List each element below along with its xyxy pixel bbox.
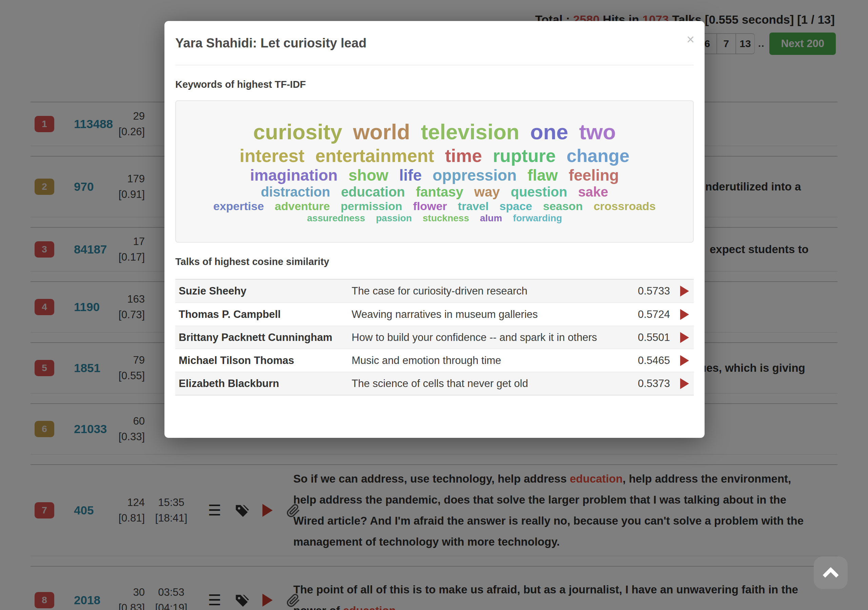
similar-talk-row: Brittany Packnett Cunningham How to buil… — [175, 326, 694, 349]
cloud-line: expertise adventure permission flower tr… — [208, 200, 661, 213]
cloud-word[interactable]: world — [353, 120, 410, 144]
cloud-word[interactable]: adventure — [274, 200, 330, 213]
cloud-word[interactable]: one — [530, 120, 568, 144]
cloud-word[interactable]: question — [511, 184, 567, 200]
cloud-word[interactable]: two — [579, 120, 616, 144]
cloud-word[interactable]: assuredness — [307, 213, 365, 224]
speaker-name: Michael Tilson Thomas — [175, 353, 352, 368]
chevron-up-icon — [823, 567, 839, 583]
cloud-word[interactable]: passion — [376, 213, 412, 224]
play-cell — [670, 332, 694, 343]
play-cell — [670, 309, 694, 320]
similar-talk-row: Michael Tilson Thomas Music and emotion … — [175, 349, 694, 372]
cloud-word[interactable]: feeling — [569, 166, 619, 184]
keyword-cloud: curiosity world television one two inter… — [175, 100, 694, 243]
cloud-word[interactable]: curiosity — [253, 120, 343, 144]
talk-title: The science of cells that never get old — [352, 376, 626, 392]
cloud-word[interactable]: change — [567, 146, 629, 166]
cloud-word[interactable]: expertise — [213, 200, 264, 213]
cloud-line: curiosity world television one two — [248, 120, 622, 144]
cloud-word[interactable]: education — [341, 184, 405, 200]
talk-title: How to build your confidence -- and spar… — [352, 330, 626, 345]
similarity-score: 0.5501 — [626, 331, 670, 344]
cloud-word[interactable]: imagination — [250, 166, 338, 184]
cloud-word[interactable]: show — [349, 166, 389, 184]
similarity-heading: Talks of highest cosine similarity — [175, 256, 694, 267]
play-icon[interactable] — [680, 309, 689, 320]
play-icon[interactable] — [680, 355, 689, 366]
cloud-word[interactable]: fantasy — [416, 184, 463, 200]
cloud-word[interactable]: flower — [413, 200, 447, 213]
similar-talk-row: Elizabeth Blackburn The science of cells… — [175, 372, 694, 395]
cloud-word[interactable]: space — [499, 200, 532, 213]
cloud-word[interactable]: permission — [341, 200, 402, 213]
play-icon[interactable] — [680, 378, 689, 389]
speaker-name: Elizabeth Blackburn — [175, 376, 352, 392]
talk-title: Music and emotion through time — [352, 353, 626, 368]
talk-title: The case for curiosity-driven research — [352, 283, 626, 299]
divider — [175, 65, 694, 65]
cloud-word[interactable]: season — [543, 200, 583, 213]
play-cell — [670, 378, 694, 389]
cloud-word[interactable]: oppression — [432, 166, 517, 184]
cloud-word[interactable]: distraction — [261, 184, 330, 200]
cloud-word[interactable]: crossroads — [594, 200, 656, 213]
modal-title: Yara Shahidi: Let curiosity lead — [175, 21, 694, 51]
similarity-score: 0.5733 — [626, 285, 670, 297]
cloud-word[interactable]: entertainment — [315, 146, 434, 166]
similarity-score: 0.5373 — [626, 378, 670, 390]
scroll-to-top-button[interactable] — [814, 556, 848, 589]
cloud-word[interactable]: time — [445, 146, 482, 166]
cloud-word[interactable]: television — [421, 120, 519, 144]
cloud-word[interactable]: stuckness — [423, 213, 469, 224]
speaker-name: Thomas P. Campbell — [175, 307, 352, 322]
play-cell — [670, 355, 694, 366]
cloud-line: interest entertainment time rupture chan… — [234, 146, 635, 166]
cloud-line: distraction education fantasy way questi… — [255, 184, 614, 200]
similarity-score: 0.5724 — [626, 308, 670, 320]
similarity-score: 0.5465 — [626, 355, 670, 367]
cloud-word[interactable]: alum — [480, 213, 502, 224]
talk-title: Weaving narratives in museum galleries — [352, 307, 626, 322]
talk-detail-modal: × Yara Shahidi: Let curiosity lead Keywo… — [164, 21, 705, 438]
similar-talk-row: Suzie Sheehy The case for curiosity-driv… — [175, 280, 694, 303]
play-icon[interactable] — [680, 286, 689, 297]
close-icon[interactable]: × — [687, 33, 694, 46]
similar-talk-row: Thomas P. Campbell Weaving narratives in… — [175, 303, 694, 326]
cloud-word[interactable]: rupture — [493, 146, 556, 166]
cloud-word[interactable]: sake — [578, 184, 608, 200]
cloud-word[interactable]: interest — [240, 146, 304, 166]
play-cell — [670, 286, 694, 297]
speaker-name: Suzie Sheehy — [175, 283, 352, 299]
cloud-word[interactable]: travel — [458, 200, 488, 213]
similar-talks-table: Suzie Sheehy The case for curiosity-driv… — [175, 279, 694, 395]
cloud-word[interactable]: forwarding — [513, 213, 562, 224]
cloud-word[interactable]: flaw — [528, 166, 558, 184]
cloud-line: imagination show life oppression flaw fe… — [245, 166, 625, 184]
cloud-word[interactable]: life — [399, 166, 422, 184]
cloud-word[interactable]: way — [474, 184, 500, 200]
cloud-line: assuredness passion stuckness alum forwa… — [301, 213, 567, 224]
keywords-heading: Keywords of highest TF-IDF — [175, 79, 694, 90]
speaker-name: Brittany Packnett Cunningham — [175, 330, 352, 345]
play-icon[interactable] — [680, 332, 689, 343]
